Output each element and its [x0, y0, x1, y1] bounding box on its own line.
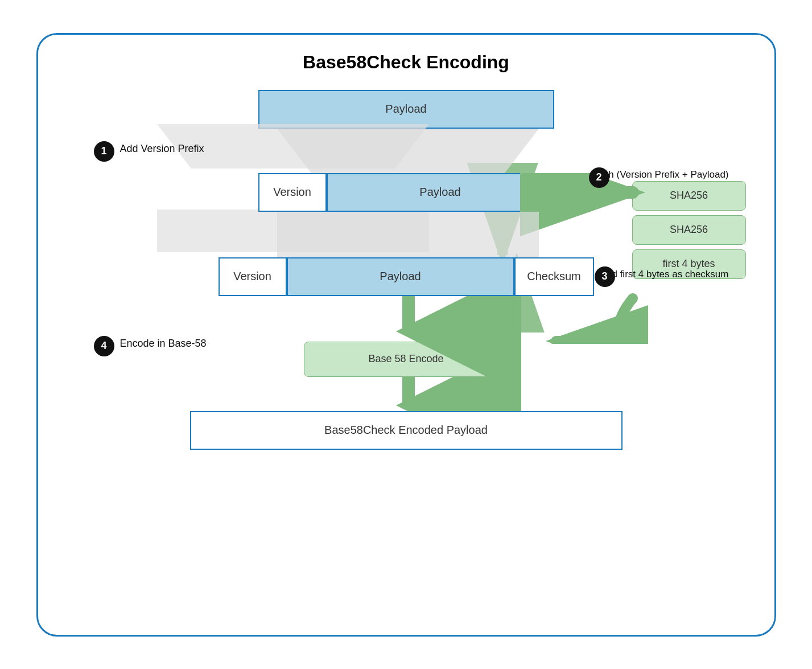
step4-circle: 4 — [94, 336, 114, 356]
diagram-container: Base58Check Encoding — [36, 33, 776, 637]
diagram-title: Base58Check Encoding — [61, 52, 752, 73]
final-arrow-area — [61, 377, 752, 411]
row2-wrapper: Version Payload 2 Hash (Version Prefix +… — [61, 173, 752, 212]
step4-label: Encode in Base-58 — [120, 338, 207, 350]
base58-encode-box: Base 58 Encode — [304, 342, 509, 377]
version1-box: Version — [258, 173, 327, 212]
green-section: Base 58 Encode 4 Encode in Base-58 — [61, 296, 752, 377]
version2-box: Version — [219, 257, 287, 296]
gap-svg — [61, 212, 752, 257]
payload-top-box: Payload — [258, 90, 554, 129]
main-area: Payload 1 Add Version Prefix Version — [61, 90, 752, 450]
payload-mid-box: Payload — [327, 173, 554, 212]
step2-circle: 2 — [589, 167, 609, 188]
arrow-spacer — [61, 296, 752, 342]
final-box: Base58Check Encoded Payload — [190, 411, 623, 450]
step3-circle: 3 — [595, 266, 615, 287]
payload-bot-box: Payload — [287, 257, 514, 296]
step2-label: Hash (Version Prefix + Payload) — [591, 169, 728, 180]
row3-wrapper: Version Payload Checksum 3 Add first 4 b… — [61, 257, 752, 296]
svg-marker-7 — [277, 212, 539, 257]
row1: Payload — [61, 90, 752, 129]
sha256-1-box: SHA256 — [632, 181, 746, 211]
step1-label: Add Version Prefix — [120, 143, 204, 155]
gap-area — [61, 212, 752, 257]
step1-circle: 1 — [94, 141, 114, 162]
final-arrow-svg — [61, 377, 752, 411]
final-row: Base58Check Encoded Payload — [61, 411, 752, 450]
trap1-area: 1 Add Version Prefix — [61, 129, 752, 173]
svg-marker-4 — [277, 129, 539, 173]
step3-label: Add first 4 bytes as checksum — [600, 269, 729, 280]
checksum-box: Checksum — [514, 257, 594, 296]
